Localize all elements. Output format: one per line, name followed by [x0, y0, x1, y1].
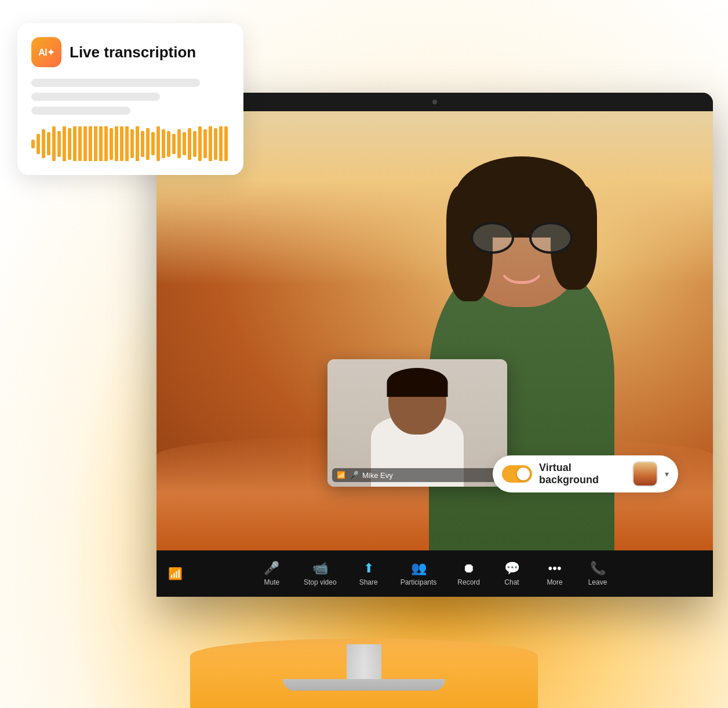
toolbar-items: 🎤 Mute 📹 Stop video ⬆ Share 👥 Participan… — [252, 556, 618, 591]
chat-label: Chat — [504, 578, 519, 586]
waveform-bar — [47, 132, 50, 155]
pip-video: 📶 🎤 Mike Evy — [327, 359, 507, 487]
mute-icon: 🎤 — [264, 561, 279, 576]
signal-strength-icon: 📶 — [168, 567, 183, 581]
waveform-bar — [31, 140, 35, 148]
participants-button[interactable]: 👥 Participants — [391, 556, 446, 591]
chat-button[interactable]: 💬 Chat — [492, 556, 532, 591]
glasses — [467, 220, 577, 255]
waveform-bar — [198, 126, 202, 161]
share-button[interactable]: ⬆ Share — [348, 556, 389, 591]
toggle-knob — [517, 468, 530, 480]
waveform-bar — [162, 129, 165, 158]
participants-label: Participants — [401, 578, 437, 586]
waveform-bar — [141, 131, 144, 157]
waveform-bar — [104, 126, 108, 161]
transcription-title: Live transcription — [70, 43, 196, 61]
virtual-bg-thumb-inner — [634, 462, 657, 486]
share-label: Share — [359, 578, 378, 586]
waveform-bar — [209, 126, 212, 161]
person-head — [458, 156, 585, 307]
waveform-bar — [120, 126, 123, 161]
waveform-bar — [224, 126, 228, 161]
waveform-bar — [115, 126, 118, 161]
waveform-bar — [83, 126, 87, 161]
stand-base — [283, 679, 445, 691]
video-icon: 📹 — [312, 561, 328, 576]
waveform-bar — [188, 128, 191, 160]
virtual-bg-thumbnail[interactable] — [632, 461, 658, 487]
video-main: Virtual background ▾ 📶 🎤 Mike Evy — [156, 111, 713, 550]
record-label: Record — [457, 578, 480, 586]
transcription-line-2 — [31, 93, 160, 101]
glasses-right — [529, 222, 573, 254]
leave-label: Leave — [588, 578, 607, 586]
record-icon: ⏺ — [463, 561, 475, 576]
leave-button[interactable]: 📞 Leave — [577, 556, 618, 591]
waveform-bar — [203, 129, 207, 158]
waveform-bar — [78, 126, 82, 161]
pip-mic-icon: 🎤 — [349, 470, 359, 480]
virtual-background-pill[interactable]: Virtual background ▾ — [493, 455, 678, 492]
share-icon: ⬆ — [363, 561, 374, 576]
transcription-header: AI✦ Live transcription — [31, 37, 230, 67]
waveform-bar — [42, 129, 45, 158]
waveform-bar — [89, 126, 92, 161]
virtual-bg-label: Virtual background — [539, 462, 625, 486]
transcription-card: AI✦ Live transcription — [17, 23, 243, 175]
transcription-lines — [31, 79, 230, 115]
record-button[interactable]: ⏺ Record — [448, 556, 489, 591]
ai-badge-text: AI✦ — [38, 47, 54, 58]
waveform-bar — [177, 129, 181, 158]
stop-video-button[interactable]: 📹 Stop video — [294, 556, 346, 591]
pip-hair — [387, 368, 448, 397]
waveform-bar — [125, 126, 129, 161]
waveform-bar — [130, 129, 134, 158]
chevron-down-icon[interactable]: ▾ — [665, 469, 669, 479]
waveform-bar — [172, 134, 176, 154]
waveform-bar — [214, 128, 217, 160]
glasses-bridge — [519, 233, 525, 236]
waveform-bar — [73, 126, 77, 161]
mute-button[interactable]: 🎤 Mute — [252, 556, 292, 591]
waveform-bar — [156, 126, 160, 161]
waveform-bar — [37, 134, 40, 154]
waveform-bar — [57, 131, 61, 157]
mute-label: Mute — [264, 578, 280, 586]
participants-icon: 👥 — [411, 561, 427, 576]
more-icon: ••• — [548, 561, 561, 576]
waveform-bar — [219, 126, 223, 161]
stand-neck — [347, 644, 381, 679]
toolbar-signal: 📶 — [168, 567, 183, 581]
waveform-bar — [167, 131, 170, 157]
waveform-bar — [99, 126, 103, 161]
pip-signal-icon: 📶 — [337, 471, 345, 479]
transcription-line-3 — [31, 107, 130, 115]
monitor-stand — [283, 644, 445, 691]
virtual-bg-toggle[interactable] — [502, 465, 532, 483]
more-button[interactable]: ••• More — [534, 556, 575, 591]
waveform-bar — [136, 126, 139, 161]
pip-head — [388, 368, 446, 435]
waveform-bar — [146, 128, 150, 160]
pip-person-bg — [327, 359, 507, 487]
more-label: More — [547, 578, 562, 586]
chat-icon: 💬 — [504, 561, 520, 576]
waveform-bar — [63, 126, 66, 161]
waveform-bar — [151, 132, 155, 155]
ai-badge: AI✦ — [31, 37, 61, 67]
leave-icon: 📞 — [590, 561, 606, 576]
waveform — [31, 126, 230, 161]
waveform-bar — [68, 128, 71, 160]
waveform-bar — [94, 126, 97, 161]
pip-name-bar: 📶 🎤 Mike Evy — [332, 468, 503, 482]
stop-video-label: Stop video — [304, 578, 337, 586]
waveform-bar — [52, 126, 56, 161]
camera-dot — [432, 100, 437, 104]
waveform-bar — [183, 132, 186, 155]
waveform-bar — [193, 131, 196, 157]
waveform-bar — [110, 128, 113, 160]
smile — [498, 264, 545, 284]
transcription-line-1 — [31, 79, 200, 87]
glasses-left — [471, 222, 514, 254]
